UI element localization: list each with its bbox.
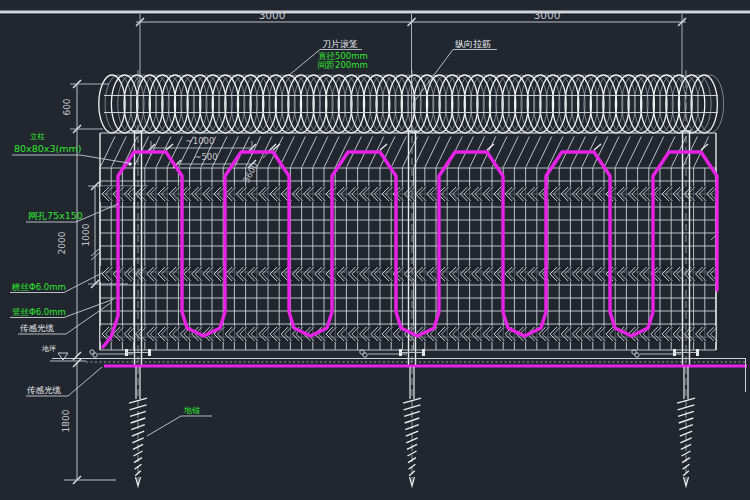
fence-elevation-drawing: 3000 3000 600 2000 1000 1800 ~1000 ~500 … [0, 0, 750, 500]
tie-bar-label: 纵向拉筋 [455, 39, 491, 49]
dim-span-left-label: 3000 [259, 9, 286, 21]
dim-wave-height-label: 1000 [81, 223, 91, 246]
dim-wave-half-pitch-label: ~500 [194, 152, 217, 162]
post-label: 立柱 [30, 132, 46, 141]
ground-anchor-label: 地锚 [183, 406, 200, 415]
sensor-cable-serpentine [103, 144, 717, 347]
sensor-cable-fence-label: 传感光缆 [19, 323, 55, 333]
razor-cage-label: 刀片滚笼 [322, 39, 358, 49]
ground-level-label: 地坪 [41, 345, 56, 353]
post-spec-label: 80x80x3(mm) [14, 143, 81, 154]
ground-assembly [52, 349, 747, 392]
mesh-spec-label: 网孔75x150 [28, 210, 83, 221]
top-border-strip [0, 11, 750, 14]
dim-span-right-label: 3000 [534, 9, 561, 21]
sensor-cable-ground-label: 传感光缆 [26, 385, 62, 395]
top-border-shadow [0, 14, 750, 15]
razor-spec-pitch: 间距200mm [318, 60, 368, 70]
dim-anchor-depth-label: 1800 [61, 409, 71, 432]
dim-wave-pitch-label: ~1000 [186, 136, 215, 146]
dim-coil-height-label: 600 [62, 98, 72, 115]
cad-drawing-canvas: 3000 3000 600 2000 1000 1800 ~1000 ~500 … [0, 0, 750, 500]
vertical-wire-label: 竖丝Φ6.0mm [12, 307, 66, 317]
dim-fence-height-label: 2000 [57, 231, 67, 254]
horizontal-wire-label: 横丝Φ6.0mm [11, 282, 66, 292]
